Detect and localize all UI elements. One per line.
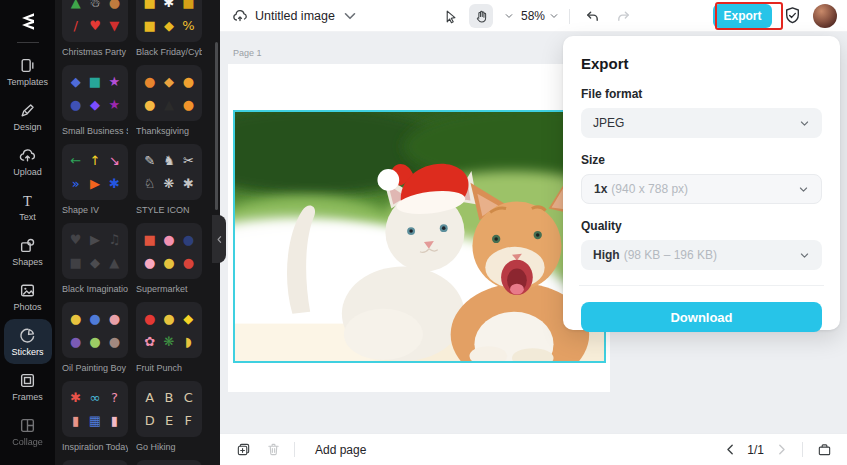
sticker-thumbnail[interactable]: ● — [89, 335, 100, 348]
next-page-button[interactable] — [770, 439, 792, 461]
sticker-thumbnail[interactable]: ◆ — [90, 256, 100, 269]
sticker-thumbnail[interactable]: ● — [144, 312, 155, 325]
sidebar-item-design[interactable]: Design — [4, 94, 52, 139]
sticker-category-tile[interactable]: ✱∞?▮▦▮ — [62, 381, 128, 437]
sidebar-item-templates[interactable]: Templates — [4, 49, 52, 94]
sticker-thumbnail[interactable]: ● — [144, 75, 155, 88]
sticker-thumbnail[interactable]: ✱ — [183, 177, 194, 190]
sticker-thumbnail[interactable]: ✿ — [144, 335, 155, 348]
user-avatar[interactable] — [813, 4, 837, 28]
select-tool-button[interactable] — [438, 4, 462, 28]
sticker-thumbnail[interactable]: ∞ — [90, 391, 101, 404]
sticker-thumbnail[interactable]: ✱ — [164, 0, 175, 9]
sticker-thumbnail[interactable]: E — [165, 414, 173, 427]
sticker-category-tile[interactable]: ✿✿❋ — [136, 460, 202, 465]
sticker-thumbnail[interactable]: ● — [70, 335, 81, 348]
sticker-thumbnail[interactable]: » — [72, 177, 80, 190]
document-title-group[interactable]: Untitled image — [232, 8, 358, 24]
sticker-thumbnail[interactable]: F — [185, 414, 192, 427]
briefcase-button[interactable] — [813, 439, 835, 461]
layout-menu-button[interactable] — [500, 11, 514, 21]
sidebar-item-stickers[interactable]: Stickers — [4, 319, 52, 364]
sticker-thumbnail[interactable]: ● — [70, 312, 81, 325]
hand-tool-button[interactable] — [469, 4, 493, 28]
sticker-thumbnail[interactable]: ● — [163, 233, 174, 246]
sticker-category-tile[interactable]: ▲☃●/♥▼ — [62, 0, 128, 42]
capcut-logo[interactable] — [0, 4, 55, 38]
sticker-thumbnail[interactable]: ● — [183, 233, 194, 246]
redo-button[interactable] — [611, 4, 635, 28]
sticker-thumbnail[interactable]: ● — [109, 312, 120, 325]
sticker-thumbnail[interactable]: ❋ — [164, 177, 175, 190]
sticker-thumbnail[interactable]: ◗ — [185, 335, 192, 348]
sticker-thumbnail[interactable]: ▶ — [90, 177, 100, 190]
sticker-thumbnail[interactable]: ● — [109, 0, 120, 9]
sticker-category-tile[interactable]: ■✱■■◆% — [136, 0, 202, 42]
sticker-thumbnail[interactable]: ? — [111, 391, 118, 404]
delete-page-button[interactable] — [262, 439, 284, 461]
sidebar-item-frames[interactable]: Frames — [4, 364, 52, 409]
file-format-select[interactable]: JPEG — [581, 108, 822, 138]
sticker-thumbnail[interactable]: ● — [89, 312, 100, 325]
page[interactable] — [228, 64, 610, 392]
quality-select[interactable]: High (98 KB – 196 KB) — [581, 240, 822, 270]
sticker-thumbnail[interactable]: ■ — [144, 233, 156, 246]
sticker-category-tile[interactable]: ●●◆✿❋◗ — [136, 302, 202, 358]
sticker-thumbnail[interactable]: ■ — [144, 0, 156, 9]
sticker-category-tile[interactable]: ●●●●●● — [62, 302, 128, 358]
sticker-category-tile[interactable]: ●◆●●▲● — [136, 65, 202, 121]
sidebar-item-shapes[interactable]: Shapes — [4, 229, 52, 274]
sidebar-item-photos[interactable]: Photos — [4, 274, 52, 319]
sticker-thumbnail[interactable]: ● — [109, 335, 120, 348]
kitten-image[interactable] — [233, 110, 606, 363]
sticker-thumbnail[interactable]: ★ — [109, 98, 121, 111]
sticker-thumbnail[interactable]: ■ — [144, 19, 156, 32]
sticker-category-tile[interactable]: ←↑↘»▶✱ — [62, 144, 128, 200]
sticker-category-tile[interactable]: ■●●●●● — [136, 223, 202, 279]
previous-page-button[interactable] — [719, 439, 741, 461]
sticker-thumbnail[interactable]: ▲ — [164, 98, 174, 111]
sticker-thumbnail[interactable]: ♫ — [109, 233, 121, 246]
sticker-thumbnail[interactable]: ◆ — [164, 19, 174, 32]
sticker-thumbnail[interactable]: ← — [70, 154, 81, 167]
sticker-thumbnail[interactable]: ● — [163, 256, 174, 269]
sticker-thumbnail[interactable]: ↑ — [90, 154, 101, 167]
sticker-thumbnail[interactable]: ● — [70, 98, 81, 111]
sidebar-item-upload[interactable]: Upload — [4, 139, 52, 184]
shield-check-icon[interactable] — [783, 6, 802, 25]
sticker-thumbnail[interactable]: ■ — [182, 0, 194, 9]
duplicate-page-button[interactable] — [232, 439, 254, 461]
sticker-thumbnail[interactable]: D — [145, 414, 155, 427]
sticker-thumbnail[interactable]: ✎ — [144, 154, 155, 167]
sticker-thumbnail[interactable]: ◆ — [183, 312, 193, 325]
sticker-category-tile[interactable]: ◆■★●◆★ — [62, 65, 128, 121]
sticker-thumbnail[interactable]: ✱ — [70, 391, 81, 404]
sticker-thumbnail[interactable]: A — [145, 391, 154, 404]
sticker-thumbnail[interactable]: ● — [183, 75, 194, 88]
sticker-category-tile[interactable]: ●✿◗ — [62, 460, 128, 465]
sticker-thumbnail[interactable]: ▮ — [111, 414, 118, 427]
sticker-thumbnail[interactable]: ♥ — [70, 233, 82, 246]
sticker-thumbnail[interactable]: ■ — [70, 256, 82, 269]
sticker-thumbnail[interactable]: ● — [144, 256, 155, 269]
sticker-thumbnail[interactable]: ◆ — [90, 98, 100, 111]
sidebar-item-text[interactable]: TText — [4, 184, 52, 229]
sticker-thumbnail[interactable]: ☃ — [89, 0, 101, 9]
sticker-thumbnail[interactable]: ▲ — [109, 256, 119, 269]
sticker-thumbnail[interactable]: ★ — [109, 75, 121, 88]
sticker-thumbnail[interactable]: ◆ — [71, 75, 81, 88]
sticker-thumbnail[interactable]: ■ — [89, 75, 101, 88]
sticker-thumbnail[interactable]: ● — [163, 312, 174, 325]
sticker-thumbnail[interactable]: ▮ — [72, 414, 79, 427]
sticker-thumbnail[interactable]: ♥ — [89, 19, 101, 32]
sticker-thumbnail[interactable]: ✂ — [183, 154, 194, 167]
sticker-thumbnail[interactable]: ● — [144, 98, 155, 111]
download-button[interactable]: Download — [581, 302, 822, 332]
panel-collapse-handle[interactable] — [212, 215, 226, 263]
sticker-thumbnail[interactable]: ❋ — [164, 335, 175, 348]
size-select[interactable]: 1x (940 x 788 px) — [581, 174, 822, 204]
sticker-thumbnail[interactable]: B — [165, 391, 174, 404]
sticker-thumbnail[interactable]: % — [182, 19, 194, 32]
sticker-thumbnail[interactable]: ▲ — [71, 0, 81, 9]
sticker-thumbnail[interactable]: ♞ — [163, 154, 175, 167]
